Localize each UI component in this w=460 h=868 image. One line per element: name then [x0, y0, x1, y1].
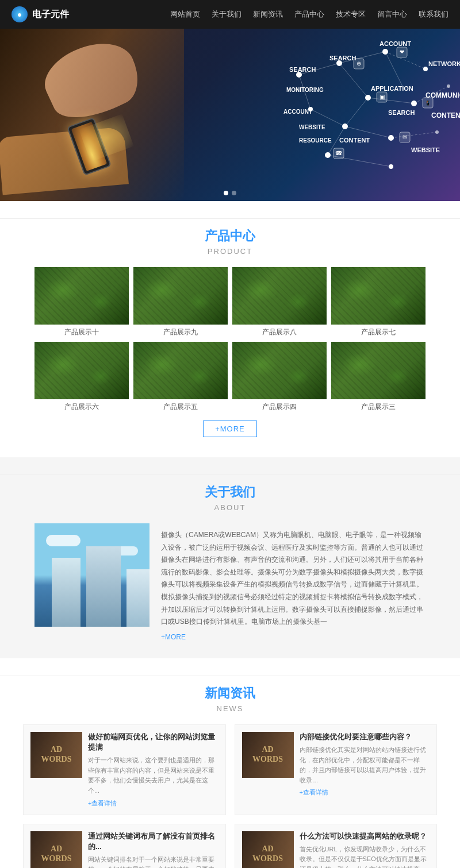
svg-text:SEARCH: SEARCH: [329, 55, 356, 61]
about-section: 关于我们 ABOUT 摄像头（CAMERA或WEBCAM）又称为电脑眼机、电脑眼…: [0, 457, 460, 658]
product-more-button[interactable]: +MORE: [203, 421, 257, 437]
svg-text:⊕: ⊕: [356, 60, 361, 67]
news-more-link[interactable]: +查看详情: [300, 788, 430, 797]
news-desc: 对于一个网站来说，这个要到也是适用的，那些你有丰富内容的内容，但是网站来说是不重…: [88, 755, 218, 796]
news-grid: ADWORDS 做好前端网页优化，让你的网站浏览量提满 对于一个网站来说，这个要…: [23, 724, 437, 868]
news-thumbnail: ADWORDS: [30, 732, 82, 778]
about-title-zh: 关于我们: [0, 484, 460, 501]
product-item[interactable]: 产品展示八: [232, 267, 327, 337]
svg-text:APPLICATION: APPLICATION: [371, 85, 413, 92]
product-item[interactable]: 产品展示七: [331, 267, 425, 337]
product-label: 产品展示三: [361, 402, 396, 412]
logo-icon: ●: [12, 6, 28, 22]
news-body: 什么方法可以快速提高网站的收录呢？ 首先优化URL，你发现网站收录少，为什么不收…: [300, 831, 430, 869]
news-thumbnail: ADWORDS: [30, 831, 82, 869]
news-title: 内部链接优化时要注意哪些内容？: [300, 732, 430, 742]
svg-line-8: [391, 132, 437, 138]
svg-point-23: [435, 130, 439, 134]
news-card[interactable]: ADWORDS 通过网站关键词布局了解没有首页排名的... 网站关键词排名对于一…: [23, 824, 226, 869]
svg-text:ACCOUNT: ACCOUNT: [379, 40, 411, 47]
product-title-zh: 产品中心: [0, 227, 460, 245]
news-thumbnail: ADWORDS: [242, 732, 294, 778]
nav-tech[interactable]: 技术专区: [336, 9, 366, 20]
news-desc: 首先优化URL，你发现网站收录少，为什么不收录。但是不仅仅是于SEO优化方面而是…: [300, 844, 430, 868]
nav-home[interactable]: 网站首页: [170, 9, 200, 20]
site-name: 电子元件: [32, 9, 69, 21]
hero-dot-2[interactable]: [232, 191, 236, 195]
news-desc: 网站关键词排名对于一个网站来说是非常重要的，一个好的布局等于一个好的建筑，只要内…: [88, 855, 218, 868]
product-item[interactable]: 产品展示九: [133, 267, 228, 337]
svg-point-24: [325, 152, 331, 158]
news-body: 做好前端网页优化，让你的网站浏览量提满 对于一个网站来说，这个要到也是适用的，那…: [88, 732, 218, 808]
svg-text:📱: 📱: [425, 100, 431, 106]
product-image: [34, 267, 129, 325]
about-image: [34, 523, 150, 627]
svg-text:✉: ✉: [402, 134, 407, 140]
hero-dot-1[interactable]: [224, 191, 228, 195]
about-text-area: 摄像头（CAMERA或WEBCAM）又称为电脑眼机、电脑眼、电子眼等，是一种视频…: [161, 523, 425, 641]
product-item[interactable]: 产品展示三: [331, 342, 425, 412]
svg-text:CONTENT: CONTENT: [339, 137, 370, 144]
news-card[interactable]: ADWORDS 什么方法可以快速提高网站的收录呢？ 首先优化URL，你发现网站收…: [235, 824, 438, 869]
svg-text:COMMUNICATION: COMMUNICATION: [425, 91, 460, 99]
news-body: 内部链接优化时要注意哪些内容？ 内部链接优化其实是对网站的站内链接进行优化，在内…: [300, 732, 430, 808]
nav-news[interactable]: 新闻资讯: [253, 9, 283, 20]
news-card[interactable]: ADWORDS 内部链接优化时要注意哪些内容？ 内部链接优化其实是对网站的站内链…: [235, 724, 438, 815]
product-section: 产品中心 PRODUCT 产品展示十 产品展示九 产品展示八 产品展示七: [0, 201, 460, 457]
svg-text:WEBSITE: WEBSITE: [411, 146, 440, 153]
product-image: [232, 342, 327, 399]
svg-point-20: [447, 84, 450, 88]
product-image: [331, 267, 425, 325]
svg-point-17: [423, 67, 428, 71]
product-item[interactable]: 产品展示六: [34, 342, 129, 412]
product-label: 产品展示八: [262, 327, 297, 337]
news-title-en: NEWS: [0, 704, 460, 713]
svg-line-4: [368, 98, 414, 103]
svg-text:SEARCH: SEARCH: [289, 66, 316, 73]
product-title-en: PRODUCT: [0, 247, 460, 256]
nav-product[interactable]: 产品中心: [294, 9, 324, 20]
svg-text:SEARCH: SEARCH: [388, 109, 415, 116]
news-thumbnail: ADWORDS: [242, 831, 294, 869]
product-label: 产品展示十: [64, 327, 99, 337]
svg-point-25: [389, 164, 393, 169]
nav-message[interactable]: 留言中心: [377, 9, 407, 20]
header: ● 电子元件 网站首页 关于我们 新闻资讯 产品中心 技术专区 留言中心 联系我…: [0, 0, 460, 29]
svg-text:☎: ☎: [335, 150, 342, 156]
svg-point-21: [342, 124, 348, 129]
product-row-2: 产品展示六 产品展示五 产品展示四 产品展示三: [34, 342, 425, 412]
news-body: 通过网站关键词布局了解没有首页排名的... 网站关键词排名对于一个网站来说是非常…: [88, 831, 218, 869]
news-card[interactable]: ADWORDS 做好前端网页优化，让你的网站浏览量提满 对于一个网站来说，这个要…: [23, 724, 226, 815]
svg-line-6: [345, 98, 368, 126]
news-title: 做好前端网页优化，让你的网站浏览量提满: [88, 732, 218, 753]
logo[interactable]: ● 电子元件: [12, 6, 69, 22]
svg-text:▣: ▣: [379, 94, 385, 100]
svg-point-18: [365, 95, 371, 101]
news-title-zh: 新闻资讯: [0, 685, 460, 702]
nav-about[interactable]: 关于我们: [212, 9, 241, 20]
product-label: 产品展示九: [163, 327, 198, 337]
product-item[interactable]: 产品展示五: [133, 342, 228, 412]
product-image: [232, 267, 327, 325]
svg-text:MONITORING: MONITORING: [286, 87, 324, 93]
hero-dots: [224, 191, 236, 195]
svg-text:CONTENT: CONTENT: [431, 111, 460, 119]
product-label: 产品展示四: [262, 402, 297, 412]
svg-point-22: [388, 135, 394, 141]
news-title: 什么方法可以快速提高网站的收录呢？: [300, 831, 430, 842]
nav-contact[interactable]: 联系我们: [419, 9, 448, 20]
svg-text:NETWORK: NETWORK: [428, 60, 460, 67]
product-image: [133, 342, 228, 399]
product-item[interactable]: 产品展示四: [232, 342, 327, 412]
about-more-link[interactable]: +MORE: [161, 633, 425, 641]
news-section: 新闻资讯 NEWS ADWORDS 做好前端网页优化，让你的网站浏览量提满 对于…: [0, 658, 460, 868]
news-more-link[interactable]: +查看详情: [88, 799, 218, 808]
news-desc: 内部链接优化其实是对网站的站内链接进行优化，在内部优化中，分配权可能都是不一样的…: [300, 745, 430, 785]
product-item[interactable]: 产品展示十: [34, 267, 129, 337]
svg-text:RESOURCE: RESOURCE: [299, 137, 332, 144]
product-label: 产品展示六: [64, 402, 99, 412]
product-label: 产品展示五: [163, 402, 198, 412]
product-image: [331, 342, 425, 399]
product-image: [34, 342, 129, 399]
svg-point-19: [411, 101, 417, 106]
